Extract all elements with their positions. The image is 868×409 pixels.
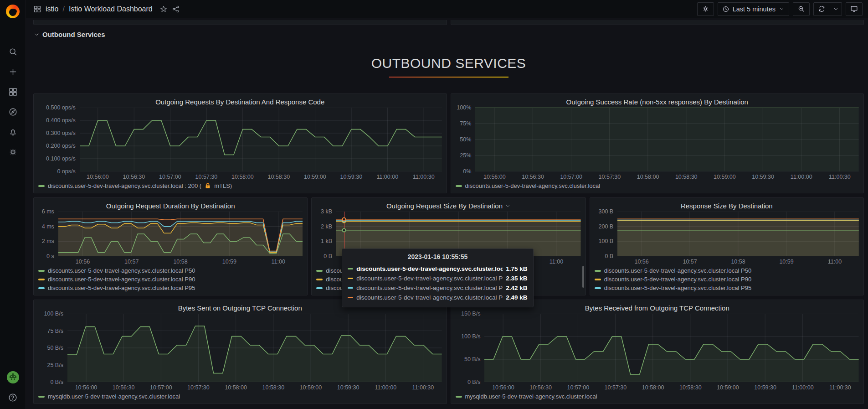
x-axis-label: 10:57:00 bbox=[567, 384, 589, 391]
configuration-gear-icon[interactable] bbox=[8, 147, 18, 157]
x-axis-label: 10:59:00 bbox=[714, 174, 736, 180]
panel-title[interactable]: Response Size By Destination bbox=[595, 200, 859, 212]
legend-item[interactable]: discounts.user-5-dev-travel-agency.svc.c… bbox=[38, 266, 303, 275]
clock-icon bbox=[722, 5, 729, 13]
legend-item[interactable]: discounts.user-5-dev-travel-agency.svc.c… bbox=[595, 284, 859, 292]
dashboard-scroll-area[interactable]: Outbound Services OUTBOUND SERVICES Outg… bbox=[26, 18, 868, 409]
x-axis: 10:56:0010:56:3010:57:0010:57:3010:58:00… bbox=[475, 171, 859, 181]
panel-title[interactable]: Outgoing Requests By Destination And Res… bbox=[38, 96, 442, 108]
sidebar bbox=[0, 0, 26, 409]
plot-row: 100%75%50%25%0% bbox=[456, 108, 859, 171]
x-axis-label: 10:59:30 bbox=[752, 174, 774, 180]
kiosk-mode-button[interactable] bbox=[846, 2, 863, 16]
share-icon[interactable] bbox=[172, 5, 180, 13]
legend-item[interactable]: discounts.user-5-dev-travel-agency.svc.c… bbox=[595, 266, 859, 275]
section-header-outbound-services[interactable]: Outbound Services bbox=[34, 29, 864, 40]
legend-item[interactable]: discounts.user-5-dev-travel-agency.svc.c… bbox=[38, 284, 303, 292]
explore-compass-icon[interactable] bbox=[8, 107, 18, 117]
x-axis-label: 11:00:00 bbox=[791, 174, 812, 180]
x-axis-label: 10:58:30 bbox=[262, 384, 284, 391]
y-axis-label: 0.500 ops/s bbox=[46, 104, 76, 111]
help-question-icon[interactable] bbox=[8, 393, 18, 403]
panel-menu-caret-icon[interactable] bbox=[505, 203, 511, 209]
legend-label: discounts.user-5-dev-travel-agency.svc.c… bbox=[604, 285, 751, 291]
create-plus-icon[interactable] bbox=[8, 67, 18, 77]
legend-scrollbar[interactable] bbox=[582, 266, 584, 288]
x-axis-label: 11:00:30 bbox=[829, 174, 851, 180]
legend-item[interactable]: discounts.user-5-dev-travel-agency.svc.c… bbox=[38, 275, 303, 284]
plot-area[interactable] bbox=[67, 314, 442, 382]
chart-canvas bbox=[67, 314, 442, 382]
y-axis-label: 0.200 ops/s bbox=[46, 143, 76, 149]
tooltip-series-label: discounts.user-5-dev-travel-agency.svc.c… bbox=[356, 294, 503, 301]
x-axis-label: 11:00:00 bbox=[376, 174, 398, 180]
panel-title[interactable]: Outgoing Request Size By Destination bbox=[316, 200, 580, 212]
x-axis-label: 10:58 bbox=[731, 259, 745, 265]
y-axis-label: 6 ms bbox=[42, 208, 54, 215]
tooltip-series-label: discounts.user-5-dev-travel-agency.svc.c… bbox=[356, 265, 503, 272]
alerting-bell-icon[interactable] bbox=[8, 127, 18, 137]
x-axis: 10:5610:5710:5810:5911:00 bbox=[617, 256, 859, 266]
legend-item[interactable]: mysqldb.user-5-dev-travel-agency.svc.clu… bbox=[38, 392, 442, 401]
legend-label: discounts.user-5-dev-travel-agency.svc.c… bbox=[48, 276, 195, 283]
x-axis-label: 10:58:00 bbox=[231, 174, 254, 180]
x-axis: 10:56:0010:56:3010:57:0010:57:3010:58:00… bbox=[80, 171, 442, 181]
y-axis: 300 B200 B100 B0 B bbox=[595, 212, 618, 256]
zoom-out-button[interactable] bbox=[793, 2, 810, 16]
plot-area[interactable] bbox=[617, 212, 859, 256]
x-axis-label: 11:00:30 bbox=[829, 384, 851, 391]
panel-outgoing-requests: Outgoing Requests By Destination And Res… bbox=[33, 93, 447, 193]
plot-area[interactable] bbox=[475, 108, 859, 171]
y-axis-label: 0 s bbox=[46, 253, 54, 259]
plot-area[interactable] bbox=[80, 108, 442, 171]
y-axis-label: 100 B bbox=[598, 238, 613, 244]
y-axis-label: 100 B/s bbox=[44, 311, 63, 317]
x-axis-label: 10:57 bbox=[124, 259, 139, 265]
refresh-button[interactable] bbox=[813, 2, 830, 16]
legend-item[interactable]: discounts.user-5-dev-travel-agency.svc.c… bbox=[595, 275, 859, 284]
chart-canvas bbox=[617, 212, 859, 256]
dashboards-grid-icon[interactable] bbox=[8, 87, 18, 97]
dashboard-settings-button[interactable] bbox=[697, 2, 714, 16]
top-nav: istio / Istio Workload Dashboard Last 5 … bbox=[26, 0, 868, 18]
grafana-logo[interactable] bbox=[6, 5, 20, 18]
panel-response-size: Response Size By Destination 300 B200 B1… bbox=[590, 197, 864, 295]
legend-item[interactable]: discounts.user-5-dev-travel-agency.svc.c… bbox=[456, 181, 859, 190]
tooltip-series-label: discounts.user-5-dev-travel-agency.svc.c… bbox=[356, 285, 503, 291]
monitor-icon bbox=[850, 5, 858, 13]
legend-item[interactable]: discounts.user-5-dev-travel-agency.svc.c… bbox=[38, 181, 442, 190]
y-axis-label: 50 B/s bbox=[47, 345, 63, 351]
outbound-services-heading: OUTBOUND SERVICES bbox=[371, 56, 526, 71]
y-axis-label: 100 B/s bbox=[461, 333, 480, 340]
tooltip-row: discounts.user-5-dev-travel-agency.svc.c… bbox=[348, 274, 527, 283]
legend-label-suffix: mTLS) bbox=[214, 182, 232, 189]
search-icon[interactable] bbox=[8, 47, 18, 57]
panel-title[interactable]: Outgoing Success Rate (non-5xx responses… bbox=[456, 96, 859, 108]
y-axis-label: 75 B/s bbox=[47, 328, 63, 334]
legend-color-dash bbox=[456, 185, 462, 187]
x-axis-label: 10:59:00 bbox=[717, 384, 739, 391]
x-axis-label: 11:00:30 bbox=[413, 174, 435, 180]
time-range-picker[interactable]: Last 5 minutes bbox=[718, 2, 789, 16]
plot-area[interactable] bbox=[484, 314, 859, 382]
x-axis-label: 11:00:00 bbox=[375, 384, 396, 391]
panel-title[interactable]: Outgoing Request Duration By Destination bbox=[38, 200, 303, 212]
legend-color-dash bbox=[38, 279, 45, 280]
tooltip-series-value: 2.35 kB bbox=[506, 275, 527, 282]
plot-area[interactable] bbox=[58, 212, 303, 256]
x-axis-label: 10:58:00 bbox=[225, 384, 247, 391]
chart-canvas bbox=[484, 314, 859, 382]
star-icon[interactable] bbox=[159, 5, 168, 13]
breadcrumb-dashboard[interactable]: Istio Workload Dashboard bbox=[69, 5, 153, 13]
legend-label: discounts.user-5-dev-travel-agency.svc.c… bbox=[48, 267, 195, 274]
legend-color-dash bbox=[316, 279, 323, 280]
hover-point bbox=[342, 217, 346, 221]
x-axis-label: 10:56:30 bbox=[113, 384, 135, 391]
breadcrumb-folder[interactable]: istio bbox=[46, 5, 58, 13]
legend-item[interactable]: mysqldb.user-5-dev-travel-agency.svc.clu… bbox=[456, 392, 859, 401]
x-axis-label: 11:00 bbox=[550, 259, 563, 265]
legend-color-dash bbox=[38, 270, 45, 272]
refresh-interval-button[interactable] bbox=[830, 2, 842, 16]
legend-color-dash bbox=[38, 185, 45, 187]
avatar[interactable] bbox=[7, 371, 19, 383]
